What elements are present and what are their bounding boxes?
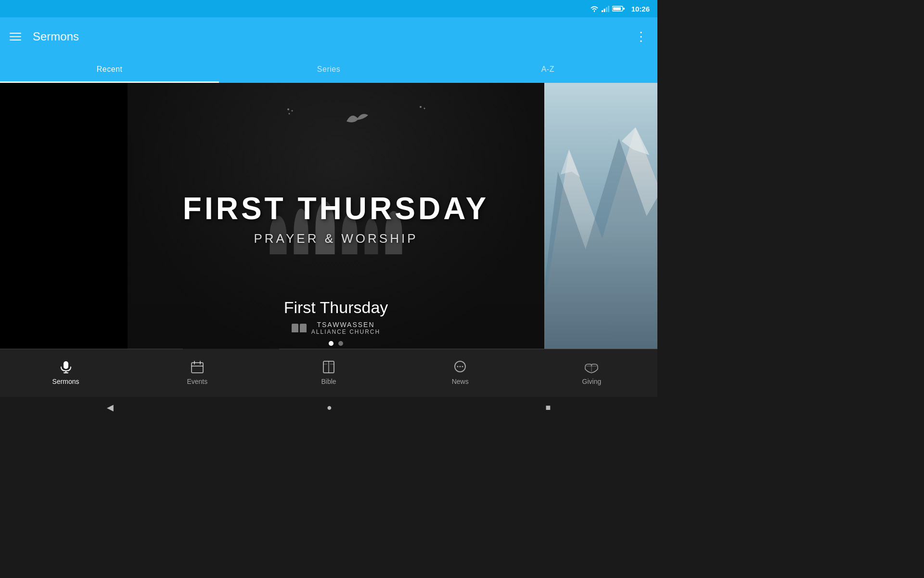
mountain-image xyxy=(544,83,657,360)
right-panel-image xyxy=(544,83,657,360)
svg-point-29 xyxy=(457,366,459,368)
bottom-info: First Thursday TSAWWASSEN ALLIANCE CHURC… xyxy=(128,298,544,346)
svg-point-7 xyxy=(287,108,289,110)
bible-icon xyxy=(322,360,335,374)
status-icons: 10:26 xyxy=(590,5,650,13)
svg-point-11 xyxy=(424,108,425,109)
tab-bar: Recent Series A-Z xyxy=(0,56,657,83)
sermon-card[interactable]: FIRST THURSDAY PRAYER & WORSHIP First Th… xyxy=(128,83,544,360)
svg-rect-3 xyxy=(608,6,609,12)
bird-silhouette xyxy=(344,109,371,131)
nav-label-giving: Giving xyxy=(582,378,602,385)
nav-label-sermons: Sermons xyxy=(52,378,79,385)
microphone-icon xyxy=(59,360,73,374)
svg-point-30 xyxy=(460,366,461,368)
dots-indicator xyxy=(128,341,544,346)
calendar-icon xyxy=(191,360,204,374)
title-overlay: FIRST THURSDAY PRAYER & WORSHIP xyxy=(128,192,544,246)
app-title: Sermons xyxy=(33,30,635,43)
nav-divider-right xyxy=(279,349,657,349)
right-panel[interactable] xyxy=(544,83,657,360)
sermon-main-title: FIRST THURSDAY xyxy=(128,192,544,225)
more-options-button[interactable]: ⋮ xyxy=(635,29,648,44)
signal-icon xyxy=(602,5,609,12)
decor-dots xyxy=(286,107,295,117)
nav-divider-left xyxy=(0,349,183,349)
nav-item-sermons[interactable]: Sermons xyxy=(0,360,131,385)
svg-point-8 xyxy=(292,110,293,112)
bottom-nav: Sermons Events Bible xyxy=(0,349,657,397)
sermon-name: First Thursday xyxy=(128,298,544,317)
svg-rect-0 xyxy=(602,10,603,12)
svg-rect-17 xyxy=(64,361,68,369)
chat-bubble-icon xyxy=(453,360,467,374)
nav-item-events[interactable]: Events xyxy=(131,360,263,385)
nav-item-giving[interactable]: Giving xyxy=(526,360,657,385)
svg-point-9 xyxy=(289,113,290,115)
dot-2 xyxy=(338,341,343,346)
dot-1 xyxy=(329,341,334,346)
left-panel xyxy=(0,83,128,360)
nav-label-events: Events xyxy=(187,378,207,385)
svg-rect-5 xyxy=(613,7,621,10)
app-bar: Sermons ⋮ xyxy=(0,17,657,56)
hamburger-menu-button[interactable] xyxy=(10,33,21,40)
svg-rect-1 xyxy=(603,9,605,12)
main-content: FIRST THURSDAY PRAYER & WORSHIP First Th… xyxy=(0,83,657,360)
church-info: TSAWWASSEN ALLIANCE CHURCH xyxy=(311,321,380,335)
system-nav-bar: ◀ ● ■ xyxy=(0,397,657,418)
church-type: ALLIANCE CHURCH xyxy=(311,328,380,335)
giving-icon xyxy=(584,360,599,374)
church-logo-area: TSAWWASSEN ALLIANCE CHURCH xyxy=(128,321,544,335)
svg-rect-2 xyxy=(606,7,607,12)
nav-label-news: News xyxy=(452,378,469,385)
nav-item-news[interactable]: News xyxy=(395,360,526,385)
nav-item-bible[interactable]: Bible xyxy=(263,360,394,385)
tab-series[interactable]: Series xyxy=(219,56,438,83)
svg-rect-6 xyxy=(623,8,625,10)
back-button[interactable]: ◀ xyxy=(107,402,114,413)
tab-recent[interactable]: Recent xyxy=(0,56,219,83)
battery-icon xyxy=(612,5,625,12)
recents-button[interactable]: ■ xyxy=(545,403,551,413)
decor-dots-right xyxy=(418,105,428,112)
tab-az[interactable]: A-Z xyxy=(438,56,657,83)
status-time: 10:26 xyxy=(631,5,650,13)
nav-label-bible: Bible xyxy=(321,378,336,385)
home-button[interactable]: ● xyxy=(327,403,332,413)
church-logo xyxy=(292,324,307,332)
svg-rect-20 xyxy=(192,363,203,373)
sermon-subtitle-text: PRAYER & WORSHIP xyxy=(128,231,544,246)
status-bar: 10:26 xyxy=(0,0,657,17)
svg-point-10 xyxy=(420,106,422,108)
svg-point-31 xyxy=(462,366,463,368)
wifi-icon xyxy=(590,5,599,12)
church-name: TSAWWASSEN xyxy=(311,321,380,328)
